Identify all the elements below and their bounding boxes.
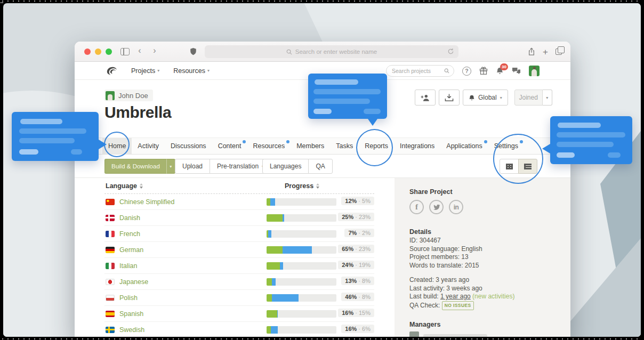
global-language-dropdown[interactable]: Global ▾ [463,90,508,106]
progress-percentages: 13% · 8% [341,277,374,285]
language-link[interactable]: French [119,230,140,238]
language-flag-icon [106,231,115,237]
manager-row[interactable] [409,331,487,337]
language-column-header[interactable]: Language [106,182,143,190]
facebook-icon[interactable]: f [409,200,424,214]
project-owner-chip[interactable]: John Doe [104,90,153,101]
back-button[interactable]: ‹ [134,46,145,55]
tab-overview-icon[interactable] [556,48,562,55]
search-icon [444,68,449,74]
language-link[interactable]: Japanese [119,278,148,286]
activity-list: Created: 3 years ago Last activity: 3 we… [409,276,564,310]
skeleton-button [364,109,381,114]
sort-icon [316,183,319,189]
progress-bar [267,278,336,286]
approved-segment [267,214,283,222]
language-flag-icon [106,215,115,221]
language-row[interactable]: Chinese Simplified 12% · 5% [104,194,374,210]
tab-applications[interactable]: Applications [440,138,488,154]
manager-name-strip [423,334,487,337]
language-link[interactable]: Chinese Simplified [119,198,175,206]
minimize-window-button[interactable] [95,48,101,55]
created-line: Created: 3 years ago [409,276,564,285]
search-icon [286,49,292,55]
joined-button[interactable]: Joined [514,90,543,106]
language-link[interactable]: German [119,246,143,254]
messages-icon[interactable] [512,67,521,75]
upload-button[interactable]: Upload [175,159,210,174]
tab-integrations[interactable]: Integrations [394,138,440,154]
url-bar[interactable]: Search or enter website name [205,45,458,58]
notification-dot [484,140,487,143]
sort-icon [140,183,143,189]
language-row[interactable]: Japanese 13% · 8% [104,274,374,290]
highlight-ring-integrations [356,129,393,166]
chevron-down-icon: ▾ [157,68,159,73]
progress-bar [267,198,336,206]
build-download-button[interactable]: Build & Download [104,159,166,174]
screenshot-frame: ‹ › Search or enter website name + [0,0,644,340]
language-link[interactable]: Danish [119,214,140,222]
skeleton-button [71,149,82,155]
language-row[interactable]: Italian 24% · 19% [104,258,374,274]
language-link[interactable]: Polish [119,294,138,302]
linkedin-icon[interactable]: in [449,200,463,214]
tab-resources[interactable]: Resources [247,138,291,154]
language-row[interactable]: Spanish 16% · 15% [104,306,374,322]
crowdin-logo-icon[interactable] [106,66,117,76]
user-avatar[interactable] [529,66,540,76]
approved-segment [267,326,271,334]
tab-content[interactable]: Content [212,138,247,154]
managers-title: Managers [409,321,440,328]
callout-tail [368,119,377,126]
language-row[interactable]: Swedish 16% · 6% [104,322,374,337]
invite-people-button[interactable] [415,90,436,106]
tab-activity[interactable]: Activity [132,138,165,154]
skeleton-button [313,109,332,114]
close-window-button[interactable] [84,48,91,55]
help-icon[interactable]: ? [462,67,471,76]
share-icon[interactable] [528,47,535,56]
build-dropdown-caret[interactable]: ▾ [166,159,175,174]
forward-button[interactable]: › [149,46,160,55]
zoom-window-button[interactable] [106,48,112,55]
reload-icon[interactable] [447,48,454,55]
language-row[interactable]: French 7% · 2% [104,226,374,242]
download-button[interactable] [439,90,460,106]
progress-percentages: 7% · 2% [344,229,374,237]
translated-segment [271,326,278,334]
translated-segment [270,198,275,206]
language-row[interactable]: German 65% · 23% [104,242,374,258]
tab-tasks[interactable]: Tasks [330,138,359,154]
last-build-link[interactable]: 1 year ago [440,293,471,300]
twitter-icon[interactable] [429,200,444,214]
project-search-input[interactable]: Search projects [386,65,454,77]
skeleton-line [313,99,370,104]
projects-menu[interactable]: Projects▾ [131,67,159,75]
tooltip-callout-integrations [308,74,387,119]
notifications-bell-icon[interactable]: 30 [496,67,504,75]
language-row[interactable]: Danish 25% · 23% [104,210,374,226]
joined-dropdown-caret[interactable]: ▾ [543,90,552,106]
progress-bar [267,214,336,222]
detail-line: Source language: English [409,245,559,254]
progress-column-header[interactable]: Progress [285,182,319,190]
language-row[interactable]: Polish 46% · 8% [104,290,374,306]
page-title: Umbrella [104,103,171,122]
skeleton-line [557,132,625,137]
resources-menu[interactable]: Resources▾ [173,67,210,75]
tab-discussions[interactable]: Discussions [165,138,212,154]
language-flag-icon [106,199,115,205]
languages-button[interactable]: Languages [262,159,309,174]
tab-members[interactable]: Members [291,138,330,154]
share-project-title: Share Project [409,188,453,196]
callout-tail [99,140,107,149]
qa-button[interactable]: QA [308,159,332,174]
new-tab-icon[interactable]: + [543,47,548,56]
gift-icon[interactable] [479,67,488,75]
language-link[interactable]: Swedish [119,326,144,334]
sidebar-toggle-icon[interactable] [120,48,130,55]
language-link[interactable]: Spanish [119,310,143,318]
language-link[interactable]: Italian [119,262,137,270]
language-flag-icon [106,263,115,269]
